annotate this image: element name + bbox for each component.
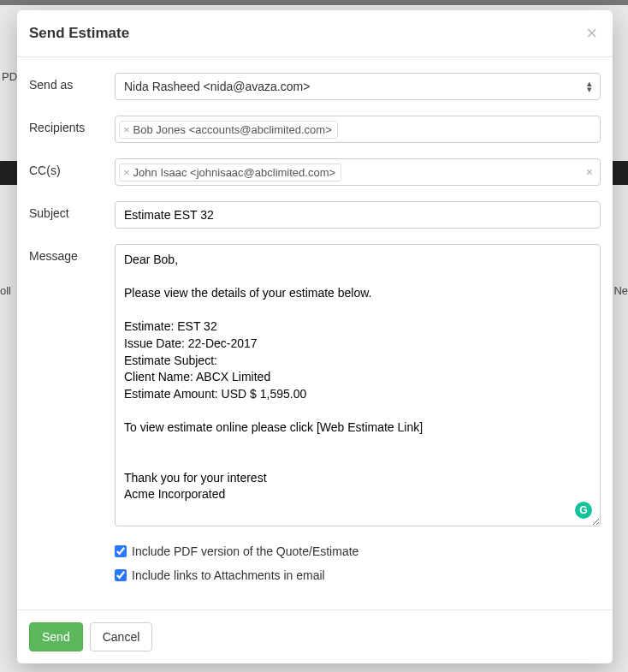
ccs-label: CC(s)	[29, 158, 115, 177]
recipient-tag-label: Bob Jones <accounts@abclimited.com>	[133, 123, 332, 136]
remove-tag-icon[interactable]: ×	[123, 123, 130, 136]
subject-label: Subject	[29, 201, 115, 220]
remove-tag-icon[interactable]: ×	[123, 166, 130, 179]
cc-tag-label: John Isaac <johnisaac@abclimited.com>	[133, 166, 336, 179]
modal-footer: Send Cancel	[17, 610, 613, 663]
bg-text: Ne	[613, 284, 628, 297]
cancel-button[interactable]: Cancel	[90, 622, 153, 651]
include-attachments-checkbox[interactable]	[115, 569, 127, 581]
message-textarea[interactable]	[115, 244, 601, 526]
send-as-selected: Nida Rasheed <nida@avaza.com>	[124, 80, 310, 93]
send-as-label: Send as	[29, 73, 115, 92]
modal-body: Send as Nida Rasheed <nida@avaza.com> ▴ …	[17, 57, 613, 610]
modal-title: Send Estimate	[29, 25, 129, 42]
include-attachments-label[interactable]: Include links to Attachments in email	[132, 568, 325, 582]
message-label: Message	[29, 244, 115, 263]
bg-text: PD	[2, 70, 17, 83]
bg-text: oll	[0, 284, 11, 297]
cc-tag: × John Isaac <johnisaac@abclimited.com>	[119, 164, 341, 181]
recipients-input[interactable]: × Bob Jones <accounts@abclimited.com>	[115, 116, 601, 143]
recipient-tag: × Bob Jones <accounts@abclimited.com>	[119, 121, 338, 139]
send-as-select[interactable]: Nida Rasheed <nida@avaza.com>	[115, 73, 601, 100]
send-button[interactable]: Send	[29, 622, 83, 651]
ccs-input[interactable]: × John Isaac <johnisaac@abclimited.com> …	[115, 158, 601, 186]
send-estimate-modal: Send Estimate × Send as Nida Rasheed <ni…	[17, 10, 613, 663]
include-pdf-checkbox[interactable]	[115, 545, 127, 557]
close-icon[interactable]: ×	[586, 24, 597, 43]
recipients-label: Recipients	[29, 116, 115, 134]
modal-header: Send Estimate ×	[17, 10, 613, 57]
subject-input[interactable]	[115, 201, 601, 229]
clear-ccs-icon[interactable]: ×	[586, 165, 593, 179]
include-pdf-label[interactable]: Include PDF version of the Quote/Estimat…	[132, 544, 358, 558]
